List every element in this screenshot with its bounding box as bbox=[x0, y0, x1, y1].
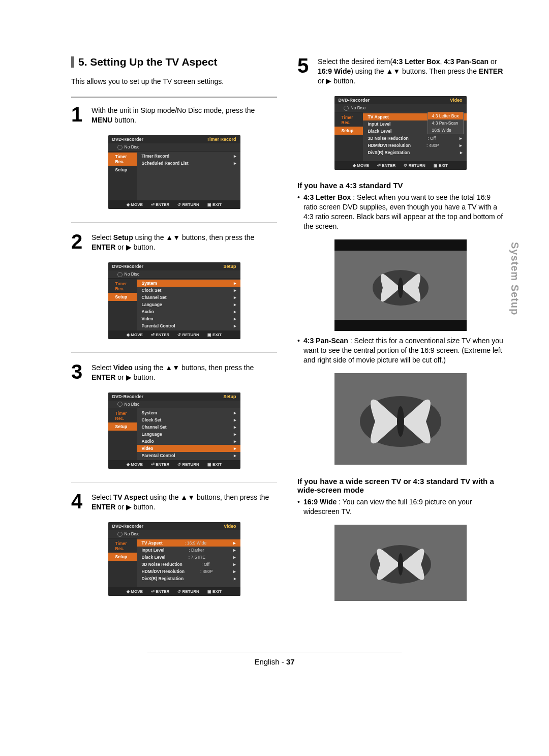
svg-point-5 bbox=[397, 406, 404, 437]
disc-icon bbox=[117, 272, 123, 277]
manual-page: 5. Setting Up the TV Aspect This allows … bbox=[0, 0, 549, 637]
butterfly-icon bbox=[334, 525, 467, 601]
bullet-letterbox: • 4:3 Letter Box : Select when you want … bbox=[297, 193, 503, 231]
osd-menu-5: DVD-RecorderVideo No Disc Timer Rec. Set… bbox=[334, 96, 467, 170]
section-number: 5. bbox=[78, 56, 87, 68]
intro-text: This allows you to set up the TV screen … bbox=[71, 77, 277, 85]
illustration-letterbox bbox=[334, 239, 467, 331]
osd-side-setup: Setup bbox=[108, 166, 137, 174]
section-heading: Setting Up the TV Aspect bbox=[90, 56, 217, 68]
osd-menu-2: DVD-RecorderSetup No Disc Timer Rec. Set… bbox=[108, 262, 240, 339]
subhead-wide: If you have a wide screen TV or 4:3 stan… bbox=[297, 477, 503, 494]
step-2: 2 Select Setup using the ▲▼ buttons, the… bbox=[71, 232, 277, 252]
osd-footer: ◆ MOVE ⏎ ENTER ↺ RETURN ▣ EXIT bbox=[108, 200, 240, 209]
divider bbox=[71, 97, 277, 98]
disc-icon bbox=[117, 532, 123, 537]
chevron-right-icon: ▸ bbox=[234, 154, 236, 159]
disc-icon bbox=[344, 106, 349, 111]
right-column: 5 Select the desired item(4:3 Letter Box… bbox=[297, 56, 503, 606]
svg-point-2 bbox=[398, 278, 403, 298]
step-1: 1 With the unit in Stop mode/No Disc mod… bbox=[71, 105, 277, 125]
osd-menu-4: DVD-RecorderVideo No Disc Timer Rec. Set… bbox=[108, 522, 240, 596]
osd-menu-3: DVD-RecorderSetup No Disc Timer Rec. Set… bbox=[108, 392, 240, 469]
osd-menu-1: DVD-RecorderTimer Record No Disc Timer R… bbox=[108, 135, 240, 209]
side-tab: System Setup bbox=[509, 242, 521, 315]
svg-point-8 bbox=[398, 553, 403, 576]
bullet-wide: • 16:9 Wide : You can view the full 16:9… bbox=[297, 497, 503, 517]
step-text: With the unit in Stop mode/No Disc mode,… bbox=[92, 105, 277, 125]
subhead-4-3: If you have a 4:3 standard TV bbox=[297, 181, 503, 190]
illustration-wide bbox=[334, 525, 467, 601]
disc-icon bbox=[117, 145, 123, 150]
step-3: 3 Select Video using the ▲▼ buttons, the… bbox=[71, 362, 277, 382]
left-column: 5. Setting Up the TV Aspect This allows … bbox=[71, 56, 277, 606]
osd-submenu: 4:3 Letter Box 4:3 Pan-Scan 16:9 Wide bbox=[428, 112, 464, 134]
section-title: 5. Setting Up the TV Aspect bbox=[71, 56, 277, 68]
step-5: 5 Select the desired item(4:3 Letter Box… bbox=[297, 56, 503, 86]
step-4: 4 Select TV Aspect using the ▲▼ buttons,… bbox=[71, 492, 277, 512]
bullet-panscan: • 4:3 Pan-Scan : Select this for a conve… bbox=[297, 336, 503, 365]
butterfly-icon bbox=[334, 239, 467, 331]
illustration-panscan bbox=[334, 373, 467, 465]
osd-side-timer: Timer Rec. bbox=[108, 153, 137, 166]
butterfly-icon bbox=[334, 373, 467, 465]
section-bar-icon bbox=[71, 56, 74, 68]
page-footer: English - 37 bbox=[147, 652, 402, 666]
disc-icon bbox=[117, 402, 123, 407]
step-number: 1 bbox=[71, 105, 87, 125]
